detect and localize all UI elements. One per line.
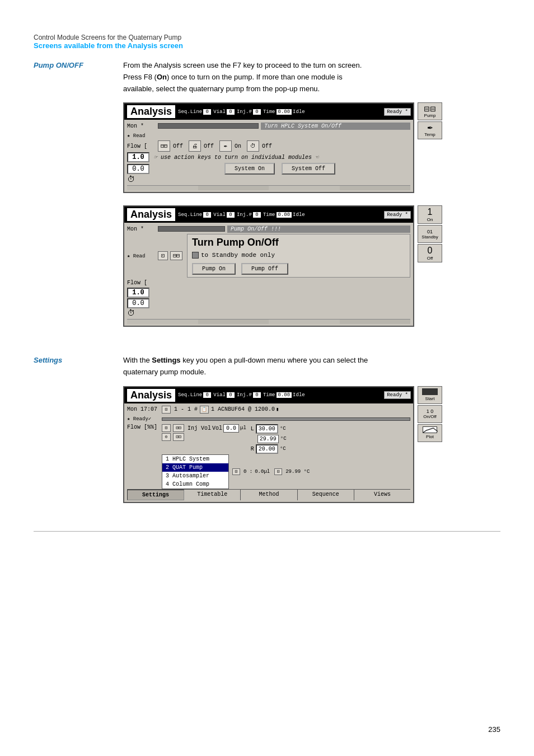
pump-button[interactable]: ⊟⊟ Pump [418,102,442,120]
screen1-time: Time 0.00 Idle [263,109,305,115]
pump-off-button[interactable]: Pump Off [241,263,288,275]
screen2-read-row: ★ Read ⊡ ⊟⊟ Turn Pump On/Off to Standby … [127,234,410,278]
screen3-seqline: Seq.Line 0 [178,392,211,398]
module4: ⏱ Off [247,140,272,152]
screen2-header: Analysis Seq.Line 0 Vial 0 Inj.# 0 [124,206,413,223]
screen1-progress [158,123,259,129]
screen3-icon6: ⊡⊡ [173,433,184,441]
temp-icon: ✒ [427,124,433,132]
pump-icon: ⊟⊟ [424,105,436,113]
breadcrumb-line1: Control Module Screens for the Quaternar… [34,34,500,41]
screen3-wrapper: Analysis Seq.Line 0 Vial 0 Inj.# 0 [123,386,414,503]
tab-method[interactable]: Method [241,490,297,500]
screen2-inj: Inj.# 0 [237,212,261,218]
plot-button[interactable]: Plot [418,424,442,442]
screen3-mon-row: Mon 17:07 ⊡ 1 - 1 # 📋 1 ACNBUF64 @ 1200.… [127,405,410,414]
screen3-title: Analysis [127,388,176,402]
screen3-icon4: ⊟⊟ [173,424,184,432]
screen3-temp-r[interactable]: 20.00 [256,444,278,454]
screen3-dropdown[interactable]: 1 HPLC System 2 QUAT Pump 3 Autosampler … [162,454,229,489]
screen3-tabs[interactable]: Settings Timetable Method Sequence [127,489,410,500]
screen1-overlay-title: Turn HPLC System On/Off [261,123,410,130]
screen3-temp-section: L 30.00 °C 29.99 [251,424,287,454]
temp-button[interactable]: ✒ Temp [418,121,442,139]
screen3-header: Analysis Seq.Line 0 Vial 0 Inj.# 0 [124,387,413,403]
screen3-vial: Vial 0 [213,392,235,398]
page-divider [34,531,500,532]
onoff-button[interactable]: 1 0 On/Off [418,405,442,423]
module3: ✒ On [219,140,241,152]
page-number: 235 [488,725,500,734]
screen1-flowval2-row: 0.0 System On System Off [127,163,410,175]
screen2-body: Mon * Pump On/Off !!! ★ Read ⊡ ⊟⊟ Turn P… [124,223,413,326]
screen3-mon-date: Mon 17:07 [127,406,162,412]
dropdown-item-3[interactable]: 3 Autosampler [162,472,228,480]
screen2-standby-button[interactable]: 01 Standby [418,225,442,243]
screen1-seqline: Seq.Line 0 [178,109,211,115]
pump-dialog: Turn Pump On/Off to Standby mode only Pu… [187,234,410,278]
screen3-bar-row: ⊡ 0 : 0.0µl ⊡ 29.99 °C [232,468,410,475]
screen1-wrapper: Analysis Seq.Line 0 Vial 0 Inj.# 0 [123,102,414,193]
screen3-icon2: 📋 [200,406,209,414]
screen1-flow-value2: 0.0 [127,164,149,174]
dropdown-item-4[interactable]: 4 Column Comp [162,480,228,489]
screen2-wrapper: Analysis Seq.Line 0 Vial 0 Inj.# 0 [123,205,414,327]
screen2-flowval2-row: 0.0 [127,298,410,308]
plot-icon [423,426,437,433]
screen3-icons-col: ⊟ ⊟⊟ ⊙ ⊡⊡ [162,424,185,441]
screen2-on-button[interactable]: 1 On [418,205,442,224]
screen1: Analysis Seq.Line 0 Vial 0 Inj.# 0 [123,102,414,193]
start-button[interactable]: Start [418,386,442,404]
screen2-off-button[interactable]: 0 Off [418,244,442,262]
screen1-system-buttons[interactable]: System On System Off [149,163,410,175]
screen2-vial: Vial 0 [213,212,235,218]
settings-label: Settings [34,355,123,515]
screen1-flow-value: 1.0 [127,152,149,162]
tab-timetable[interactable]: Timetable [184,490,241,500]
screen2-progress [158,226,225,232]
screen2-right-buttons[interactable]: 1 On 01 Standby 0 Off [418,205,442,262]
screen1-timer-row: ⏱ [127,175,410,184]
screen3-icon1: ⊡ [162,406,171,414]
screen2-timer-icon: ⏱ [127,309,135,318]
tab-sequence[interactable]: Sequence [298,490,354,500]
system-on-button[interactable]: System On [224,163,275,175]
dropdown-item-2[interactable]: 2 QUAT Pump [162,463,228,472]
screen1-modules: ⊟⊟ Off 🖨 Off ✒ On [158,140,410,152]
pump-dialog-sub: to Standby mode only [192,252,405,259]
breadcrumb: Control Module Screens for the Quaternar… [34,34,500,50]
pump-dialog-title: Turn Pump On/Off [192,237,405,248]
screen3-read-row: ★ Ready✓ [127,415,410,424]
screen3-right-buttons[interactable]: Start 1 0 On/Off Plot [418,386,442,442]
pump-onoff-content: From the Analysis screen use the F7 key … [123,60,500,339]
screen3: Analysis Seq.Line 0 Vial 0 Inj.# 0 [123,386,414,503]
settings-content: With the Settings key you open a pull-do… [123,355,500,515]
screen1-flowval-row: 1.0 ☞ use action keys to turn on individ… [127,152,410,162]
screen2-flowval-row: 1.0 [127,288,410,298]
screen1-ready: Ready * [384,108,411,116]
tab-views[interactable]: Views [354,490,410,500]
screen2-flow-value2: 0.0 [127,298,149,308]
timer-icon: ⏱ [127,175,135,184]
settings-text: With the Settings key you open a pull-do… [123,355,500,378]
screen2-on-icon: 1 [428,207,433,217]
screen3-icon3: ⊟ [162,424,171,432]
pump-on-button[interactable]: Pump On [192,263,236,275]
screen1-vial: Vial 0 [213,109,235,115]
screen1-bottom-bar [127,185,410,190]
screen3-flow-row: Flow [%%] ⊟ ⊟⊟ ⊙ ⊡⊡ [127,424,410,454]
screen3-temp-l[interactable]: 30.00 [256,424,278,434]
screen3-flow-section: Flow [%%] [127,424,162,430]
dropdown-item-1[interactable]: 1 HPLC System [162,455,228,463]
screen1-right-buttons[interactable]: ⊟⊟ Pump ✒ Temp [418,102,442,139]
screen1-body: Mon * Turn HPLC System On/Off ★ Read Flo… [124,120,413,192]
screen3-temp-l2: 29.99 [257,435,279,443]
screen2-title: Analysis [127,208,176,222]
screen1-mon-row: Mon * Turn HPLC System On/Off [127,121,410,130]
screen1-action-hint: ☞ use action keys to turn on individual … [154,154,406,161]
screen3-injvol-value[interactable]: 0.0 [223,424,239,433]
system-off-button[interactable]: System Off [282,163,335,175]
screen3-progress [162,417,410,421]
tab-settings[interactable]: Settings [127,490,184,500]
pump-dialog-buttons[interactable]: Pump On Pump Off [192,263,405,275]
